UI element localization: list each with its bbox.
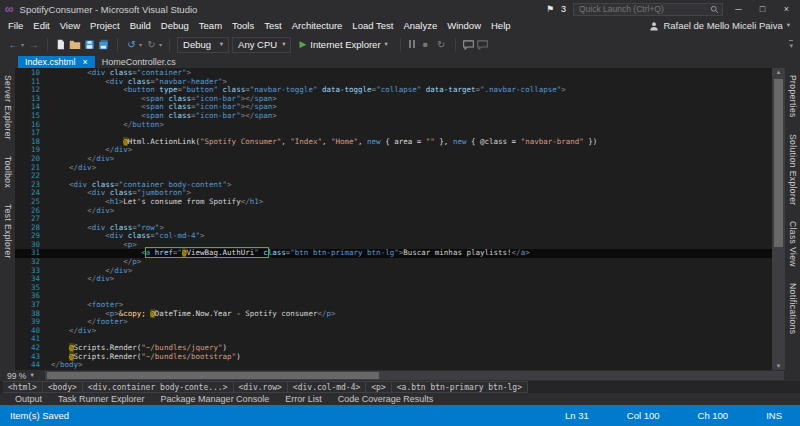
tool-tab-properties[interactable]: Properties (788, 75, 798, 118)
menu-item-load-test[interactable]: Load Test (347, 19, 398, 32)
comment-icon[interactable] (463, 40, 474, 50)
breadcrumb-item-a-btn-btn-primary-btn-lg[interactable]: <a.btn btn-primary btn-lg> (392, 381, 528, 393)
editor-bottom-bar: 99 % ▾ (0, 370, 800, 381)
redo-caret-icon[interactable]: ▾ (159, 41, 162, 48)
code-line[interactable]: 16 </button> (15, 121, 772, 130)
user-account[interactable]: Rafael de Mello Miceli Paiva ▾ (649, 20, 800, 31)
breadcrumb-item-p[interactable]: <p> (366, 381, 391, 393)
user-menu-caret-icon[interactable]: ▾ (787, 22, 790, 29)
new-file-icon[interactable] (55, 39, 66, 50)
breadcrumb-item-body[interactable]: <body> (43, 381, 83, 393)
vertical-scrollbar-thumb[interactable] (774, 79, 783, 247)
horizontal-scrollbar-thumb[interactable] (47, 372, 380, 379)
zoom-control[interactable]: 99 % ▾ (0, 371, 41, 381)
code-line[interactable]: 25 <h1>Let's consume from Spotify</h1> (15, 198, 772, 207)
navigate-forward-icon[interactable]: → (27, 40, 40, 50)
code-line[interactable]: 44</body> (15, 361, 772, 370)
document-tabs: Index.cshtml×HomeController.cs (0, 56, 800, 68)
user-name[interactable]: Rafael de Mello Miceli Paiva (663, 20, 782, 31)
save-icon[interactable] (84, 39, 95, 50)
code-line[interactable]: 36 (15, 292, 772, 301)
quick-launch[interactable] (573, 3, 723, 16)
code-line[interactable]: 40 </div> (15, 327, 772, 336)
zoom-value: 99 % (7, 371, 26, 381)
menu-item-analyze[interactable]: Analyze (398, 19, 442, 32)
code-line[interactable]: 26 </div> (15, 207, 772, 216)
solution-platform-dropdown[interactable]: Any CPU ▾ (232, 37, 291, 53)
panel-tab-package-manager-console[interactable]: Package Manager Console (153, 394, 278, 404)
tab-index-cshtml[interactable]: Index.cshtml× (18, 56, 95, 68)
breadcrumb-item-div-container-body-conte[interactable]: <div.container body-conte...> (83, 381, 234, 393)
title-bar: ∞ SpotifyConsumer - Microsoft Visual Stu… (0, 0, 800, 18)
menu-item-team[interactable]: Team (194, 19, 227, 32)
undo-icon[interactable]: ↺ (125, 40, 138, 50)
solution-configuration-dropdown[interactable]: Debug ▾ (177, 37, 229, 53)
panel-tab-code-coverage-results[interactable]: Code Coverage Results (330, 394, 442, 404)
code-line[interactable]: 21 </div> (15, 164, 772, 173)
breadcrumb: <html><body><div.container body-conte...… (0, 381, 800, 393)
pause-icon[interactable] (408, 39, 416, 50)
tool-tab-class-view[interactable]: Class View (788, 221, 798, 267)
panel-tab-output[interactable]: Output (7, 394, 50, 404)
panel-tab-error-list[interactable]: Error List (277, 394, 330, 404)
menu-item-file[interactable]: File (3, 19, 28, 32)
tool-tab-solution-explorer[interactable]: Solution Explorer (788, 134, 798, 206)
tool-tab-toolbox[interactable]: Toolbox (3, 156, 13, 188)
menu-item-view[interactable]: View (55, 19, 85, 32)
notifications-flag-icon[interactable]: ⚑ (546, 4, 554, 14)
code-line[interactable]: 39 </footer> (15, 318, 772, 327)
vertical-scrollbar[interactable]: ▲ ▼ (772, 68, 785, 370)
menu-item-debug[interactable]: Debug (156, 19, 194, 32)
toolbar-separator (400, 38, 401, 52)
breadcrumb-item-div-row[interactable]: <div.row> (234, 381, 288, 393)
chevron-down-icon: ▾ (385, 41, 388, 48)
start-debugging-button[interactable]: ▶ Internet Explorer ▾ (294, 38, 392, 51)
maximize-button[interactable]: □ (754, 4, 771, 14)
navigate-back-icon[interactable]: ← (7, 40, 20, 50)
tool-tab-notifications[interactable]: Notifications (788, 283, 798, 335)
menu-item-build[interactable]: Build (125, 19, 156, 32)
code-editor[interactable]: 10 <div class="container">11 <div class=… (15, 68, 785, 370)
code-line[interactable]: 20 </div> (15, 155, 772, 164)
uncomment-icon[interactable] (477, 40, 488, 50)
code-line[interactable]: 19 </div> (15, 146, 772, 155)
menu-item-window[interactable]: Window (442, 19, 486, 32)
breadcrumb-item-html[interactable]: <html> (3, 381, 43, 393)
save-all-icon[interactable] (98, 39, 110, 50)
close-button[interactable]: × (778, 4, 795, 14)
code-line[interactable]: 35 (15, 284, 772, 293)
redo-icon[interactable]: ↻ (145, 40, 158, 50)
menu-item-tools[interactable]: Tools (227, 19, 259, 32)
breadcrumb-item-div-col-md-4[interactable]: <div.col-md-4> (288, 381, 366, 393)
panel-tab-task-runner-explorer[interactable]: Task Runner Explorer (50, 394, 153, 404)
menu-item-help[interactable]: Help (486, 19, 516, 32)
restart-icon[interactable]: ↻ (435, 40, 448, 50)
open-file-icon[interactable] (69, 39, 81, 50)
menu-item-edit[interactable]: Edit (28, 19, 54, 32)
menu-item-test[interactable]: Test (259, 19, 286, 32)
stop-icon[interactable]: ■ (419, 41, 432, 49)
scroll-up-icon[interactable]: ▲ (772, 69, 785, 75)
code-line[interactable]: 34 </div> (15, 275, 772, 284)
code-area[interactable]: 10 <div class="container">11 <div class=… (15, 68, 772, 370)
horizontal-scrollbar[interactable] (45, 371, 784, 380)
status-bar: Item(s) Saved Ln 31 Col 100 Ch 100 INS (0, 405, 800, 426)
toolbar-overflow-icon[interactable]: ▾ (789, 40, 793, 50)
menu-item-architecture[interactable]: Architecture (287, 19, 348, 32)
scroll-down-icon[interactable]: ▼ (772, 363, 785, 369)
undo-caret-icon[interactable]: ▾ (139, 41, 142, 48)
menu-item-project[interactable]: Project (85, 19, 125, 32)
code-line[interactable]: 43 @Scripts.Render("~/bundles/bootstrap"… (15, 353, 772, 362)
solution-configuration-value: Debug (183, 39, 211, 50)
minimize-button[interactable]: ─ (730, 4, 747, 14)
tool-tab-test-explorer[interactable]: Test Explorer (3, 204, 13, 259)
quick-launch-input[interactable] (577, 3, 710, 15)
tool-tab-server-explorer[interactable]: Server Explorer (3, 75, 13, 140)
code-line[interactable]: 33 </div> (15, 267, 772, 276)
status-insert-mode: INS (766, 410, 782, 421)
toolbar-separator (117, 38, 118, 52)
code-line[interactable]: 38 <p>&copy; @DateTime.Now.Year - Spotif… (15, 310, 772, 319)
navigate-back-caret-icon[interactable]: ▾ (21, 41, 24, 48)
tab-homecontroller-cs[interactable]: HomeController.cs (95, 56, 183, 68)
close-tab-icon[interactable]: × (83, 57, 88, 67)
